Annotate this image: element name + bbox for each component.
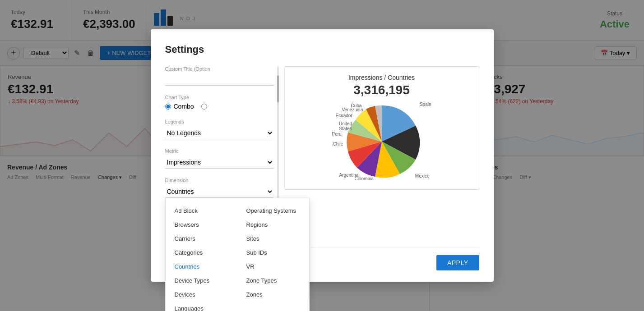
dimension-group: Dimension Countries Ad Block Browsers Ca… [165, 178, 273, 198]
modal-title: Settings [165, 44, 479, 55]
metric-label: Metric [165, 148, 273, 154]
dropdown-item-device-types[interactable]: Device Types [166, 274, 237, 288]
metric-group: Metric Impressions [165, 148, 273, 169]
preview-area: Impressions / Countries 3,316,195 [284, 66, 479, 190]
scroll-thumb [277, 75, 279, 102]
dropdown-item-countries[interactable]: Countries [166, 260, 237, 274]
dropdown-item-regions[interactable]: Regions [237, 218, 309, 232]
preview-total: 3,316,195 [292, 83, 472, 97]
dropdown-item-zone-types[interactable]: Zone Types [237, 274, 309, 288]
label-chile: Chile [333, 142, 343, 146]
legends-group: Legends No Legends [165, 119, 273, 139]
dimension-select[interactable]: Countries [165, 186, 273, 198]
custom-title-input[interactable] [165, 74, 273, 86]
dropdown-item-languages[interactable]: Languages [166, 302, 237, 311]
apply-button[interactable]: APPLY [436, 255, 479, 270]
label-cuba: Cuba [351, 103, 362, 108]
custom-title-label: Custom Title (Option [165, 66, 273, 72]
label-us: United States [332, 121, 359, 131]
settings-modal: Settings Custom Title (Option Chart Type… [151, 29, 494, 282]
pie-chart: Spain Mexico Colombia Argentina Chile Pe… [332, 101, 431, 182]
dropdown-col-2: Operating Systems Regions Sites Sub IDs … [237, 202, 309, 311]
dropdown-item-devices[interactable]: Devices [166, 288, 237, 302]
other-radio-option[interactable] [201, 104, 207, 110]
dropdown-item-vr[interactable]: VR [237, 260, 309, 274]
label-ecuador: Ecuador [336, 113, 352, 118]
dimension-dropdown: Ad Block Browsers Carriers Categories Co… [165, 198, 310, 311]
modal-overlay: Settings Custom Title (Option Chart Type… [0, 0, 644, 311]
combo-radio[interactable] [165, 104, 171, 110]
dropdown-col-1: Ad Block Browsers Carriers Categories Co… [166, 202, 237, 311]
dropdown-item-sites[interactable]: Sites [237, 232, 309, 246]
custom-title-group: Custom Title (Option [165, 66, 273, 86]
chart-type-label: Chart Type [165, 95, 273, 100]
label-mexico: Mexico [415, 174, 430, 178]
legends-label: Legends [165, 119, 273, 124]
combo-label: Combo [174, 103, 194, 110]
dropdown-item-carriers[interactable]: Carriers [166, 232, 237, 246]
preview-chart-title: Impressions / Countries [292, 74, 472, 81]
combo-radio-option[interactable]: Combo [165, 103, 194, 110]
dropdown-item-subids[interactable]: Sub IDs [237, 246, 309, 260]
metric-select[interactable]: Impressions [165, 156, 273, 169]
dimension-label: Dimension [165, 178, 273, 183]
label-argentina: Argentina [339, 173, 359, 178]
other-radio[interactable] [201, 104, 207, 110]
chart-type-group: Chart Type Combo [165, 95, 273, 110]
dropdown-item-ad-block[interactable]: Ad Block [166, 204, 237, 218]
legends-select[interactable]: No Legends [165, 127, 273, 139]
dropdown-item-browsers[interactable]: Browsers [166, 218, 237, 232]
label-peru: Peru [332, 132, 342, 137]
dropdown-item-os[interactable]: Operating Systems [237, 204, 309, 218]
dropdown-item-zones[interactable]: Zones [237, 288, 309, 302]
label-spain: Spain [420, 102, 431, 107]
dropdown-item-categories[interactable]: Categories [166, 246, 237, 260]
